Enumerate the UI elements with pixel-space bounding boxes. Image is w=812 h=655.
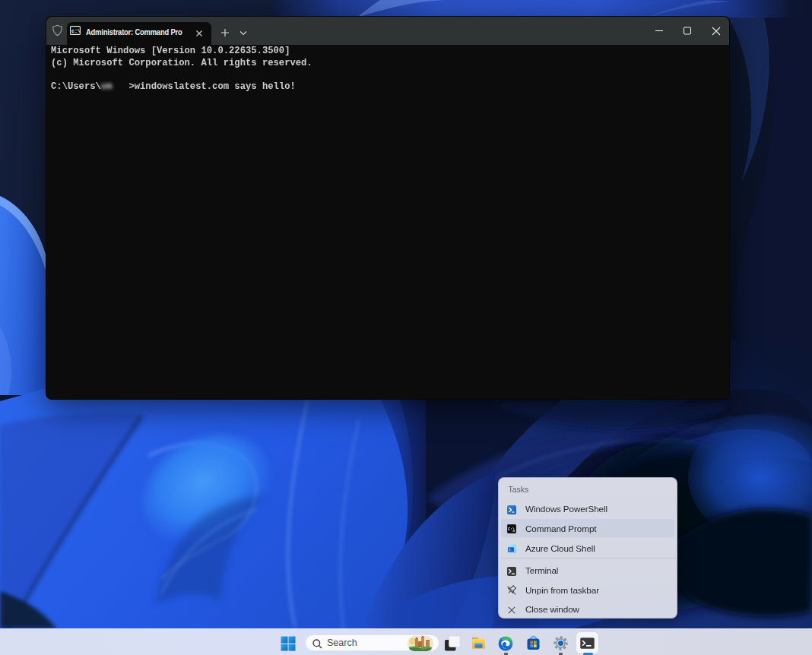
svg-text:c:\: c:\ [71, 29, 81, 34]
